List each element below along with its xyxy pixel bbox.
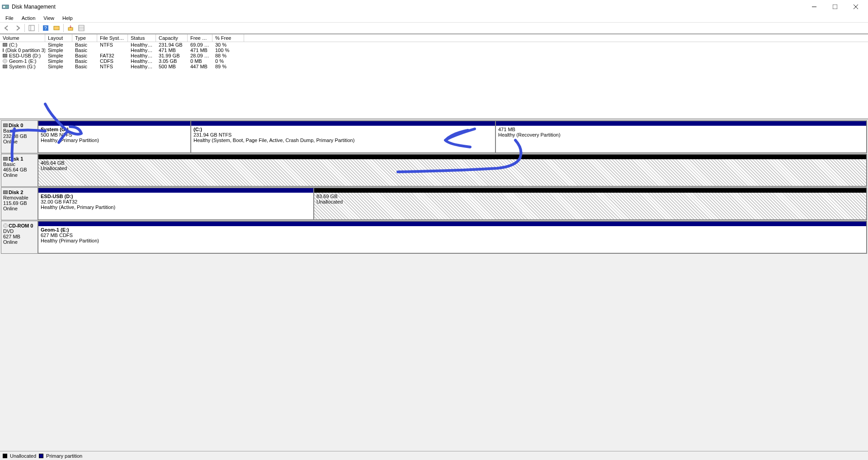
partition-status: Healthy (Active, Primary Partition) <box>41 204 311 210</box>
table-cell: Healthy (P... <box>128 64 156 69</box>
disk-graphical-panel: Disk 0 Basic 232.88 GB Online System (G:… <box>0 119 868 451</box>
col-type[interactable]: Type <box>72 34 97 42</box>
maximize-button[interactable] <box>825 0 845 14</box>
table-cell: 0 % <box>212 58 244 64</box>
col-status[interactable]: Status <box>128 34 156 42</box>
volume-table-body: (C:)SimpleBasicNTFSHealthy (S...231.94 G… <box>0 42 868 69</box>
menu-help[interactable]: Help <box>59 15 76 21</box>
volume-table: Volume Layout Type File System Status Ca… <box>0 34 868 69</box>
forward-button[interactable] <box>13 23 23 33</box>
disk-size: 115.69 GB <box>3 200 36 206</box>
table-row[interactable]: ESD-USB (D:)SimpleBasicFAT32Healthy (A..… <box>0 53 868 58</box>
disk-row-2[interactable]: Disk 2 Removable 115.69 GB Online ESD-US… <box>1 187 867 220</box>
disk-icon <box>3 54 7 57</box>
refresh-button[interactable] <box>66 23 75 33</box>
disk-row-1[interactable]: Disk 1 Basic 465.64 GB Online 465.64 GB … <box>1 154 867 187</box>
table-cell: Basic <box>72 58 97 64</box>
partition-system-g[interactable]: System (G:) 500 MB NTFS Healthy (Primary… <box>38 121 191 153</box>
toolbar: ? <box>0 22 868 34</box>
disk-size: 627 MB <box>3 234 36 239</box>
menu-file[interactable]: File <box>2 15 17 21</box>
disk-row-0[interactable]: Disk 0 Basic 232.88 GB Online System (G:… <box>1 120 867 153</box>
menubar: File Action View Help <box>0 14 868 22</box>
legend-primary: Primary partition <box>46 453 82 459</box>
window-controls <box>804 0 866 14</box>
table-cell: Simple <box>45 47 72 53</box>
disk-label-cdrom0: CD-ROM 0 DVD 627 MB Online <box>1 221 38 254</box>
window-title: Disk Management <box>12 4 804 10</box>
disk-name: Disk 0 <box>9 123 23 128</box>
menu-view[interactable]: View <box>40 15 58 21</box>
col-filesystem[interactable]: File System <box>97 34 128 42</box>
svg-rect-12 <box>79 25 84 31</box>
table-cell: NTFS <box>97 42 128 47</box>
table-row[interactable]: (C:)SimpleBasicNTFSHealthy (S...231.94 G… <box>0 42 868 47</box>
table-cell: CDFS <box>97 58 128 64</box>
table-cell: 471 MB <box>156 47 188 53</box>
table-row[interactable]: Geom-1 (E:)SimpleBasicCDFSHealthy (P...3… <box>0 58 868 64</box>
disk-type: Basic <box>3 161 36 167</box>
menu-action[interactable]: Action <box>18 15 39 21</box>
table-cell: Basic <box>72 64 97 69</box>
table-cell: 69.09 GB <box>188 42 212 47</box>
disk-status: Online <box>3 139 36 144</box>
partition-geom1-e[interactable]: Geom-1 (E:) 627 MB CDFS Healthy (Primary… <box>38 221 867 253</box>
disk-status: Online <box>3 239 36 245</box>
partition-name: ESD-USB (D:) <box>41 194 311 199</box>
disk-type: DVD <box>3 228 36 234</box>
partition-sub: 465.64 GB <box>41 160 864 166</box>
table-cell: 31.99 GB <box>156 53 188 58</box>
minimize-button[interactable] <box>804 0 825 14</box>
settings-icon[interactable] <box>52 23 61 33</box>
table-cell: 231.94 GB <box>156 42 188 47</box>
disk-list-button[interactable] <box>76 23 86 33</box>
partition-sub: 471 MB <box>498 127 864 132</box>
partition-esd-usb-d[interactable]: ESD-USB (D:) 32.00 GB FAT32 Healthy (Act… <box>38 188 314 220</box>
partition-name: System (G:) <box>41 127 188 132</box>
disk-size: 232.88 GB <box>3 133 36 139</box>
svg-rect-1 <box>3 6 5 8</box>
col-free[interactable]: Free Spa... <box>188 34 212 42</box>
partition-c[interactable]: (C:) 231.94 GB NTFS Healthy (System, Boo… <box>191 121 495 153</box>
partition-sub: 83.69 GB <box>316 194 864 199</box>
disk-name: Disk 1 <box>9 156 23 161</box>
table-row[interactable]: (Disk 0 partition 3)SimpleBasicHealthy (… <box>0 47 868 53</box>
back-button[interactable] <box>2 23 12 33</box>
partition-status: Healthy (Recovery Partition) <box>498 132 864 138</box>
col-capacity[interactable]: Capacity <box>156 34 188 42</box>
partition-unallocated[interactable]: 83.69 GB Unallocated <box>314 188 867 220</box>
show-hide-tree-button[interactable] <box>27 23 37 33</box>
disk-label-1: Disk 1 Basic 465.64 GB Online <box>1 154 38 187</box>
partition-sub: 231.94 GB NTFS <box>193 132 493 138</box>
table-cell: 0 MB <box>188 58 212 64</box>
table-cell: 88 % <box>212 53 244 58</box>
col-layout[interactable]: Layout <box>45 34 72 42</box>
table-cell: Basic <box>72 53 97 58</box>
help-button[interactable]: ? <box>41 23 51 33</box>
table-row[interactable]: System (G:)SimpleBasicNTFSHealthy (P...5… <box>0 64 868 69</box>
disk-icon <box>3 65 7 68</box>
partition-status: Healthy (System, Boot, Page File, Active… <box>193 138 493 143</box>
table-cell: Healthy (S... <box>128 42 156 47</box>
col-pctfree[interactable]: % Free <box>212 34 244 42</box>
table-cell: Simple <box>45 42 72 47</box>
swatch-unallocated <box>3 454 7 458</box>
svg-rect-11 <box>68 28 73 30</box>
table-cell: Simple <box>45 64 72 69</box>
partition-unallocated[interactable]: 465.64 GB Unallocated <box>38 154 867 186</box>
partition-status: Healthy (Primary Partition) <box>41 238 864 243</box>
close-button[interactable] <box>845 0 866 14</box>
disk-name: Disk 2 <box>9 190 23 195</box>
cdrom-icon <box>3 223 8 228</box>
disk-icon <box>3 48 4 52</box>
col-volume[interactable]: Volume <box>0 34 45 42</box>
table-cell: Healthy (R... <box>128 47 156 53</box>
table-cell: Basic <box>72 42 97 47</box>
titlebar: Disk Management <box>0 0 868 14</box>
disk-type: Basic <box>3 128 36 133</box>
disk-label-0: Disk 0 Basic 232.88 GB Online <box>1 120 38 153</box>
partition-recovery[interactable]: 471 MB Healthy (Recovery Partition) <box>495 121 867 153</box>
disk-row-cdrom0[interactable]: CD-ROM 0 DVD 627 MB Online Geom-1 (E:) 6… <box>1 221 867 254</box>
partition-status: Unallocated <box>41 166 864 171</box>
table-cell: 447 MB <box>188 64 212 69</box>
